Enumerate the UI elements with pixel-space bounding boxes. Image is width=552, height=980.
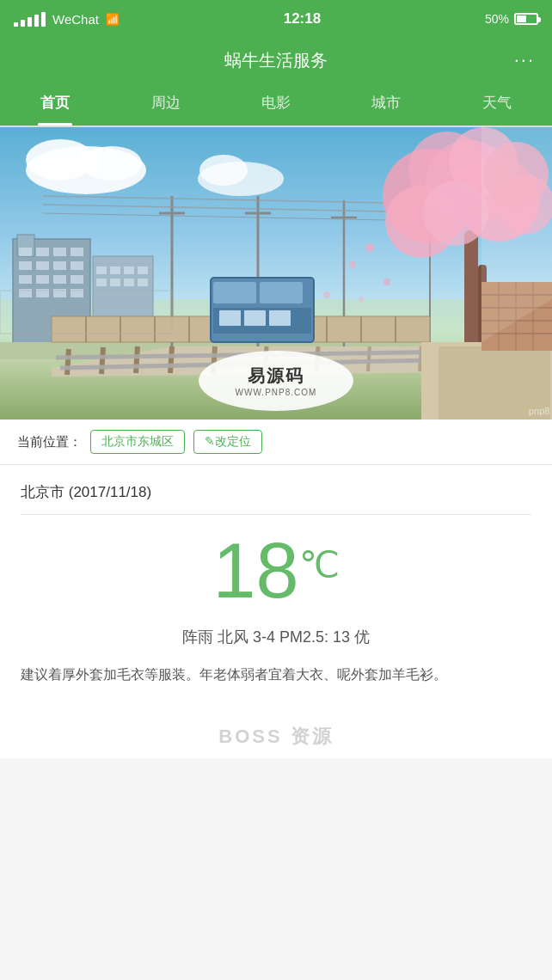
- weather-card: 北京市 (2017/11/18) 18℃ 阵雨 北风 3-4 PM2.5: 13…: [0, 465, 552, 712]
- svg-rect-17: [36, 275, 49, 284]
- svg-rect-11: [71, 248, 83, 256]
- svg-rect-8: [19, 248, 32, 256]
- location-bar: 当前位置： 北京市东城区 ✎改定位: [0, 420, 552, 465]
- svg-point-89: [383, 279, 390, 285]
- battery-icon: [514, 13, 538, 25]
- svg-rect-27: [124, 266, 134, 274]
- battery-percent: 50%: [485, 12, 509, 26]
- tab-nearby[interactable]: 周边: [110, 83, 220, 123]
- svg-rect-70: [213, 282, 256, 303]
- svg-text:pnp8: pnp8: [529, 406, 549, 416]
- svg-point-87: [365, 243, 374, 252]
- svg-rect-25: [96, 266, 107, 274]
- svg-rect-12: [19, 261, 32, 270]
- banner-image: pnp8 易源码 WWW.PNP8.COM: [0, 127, 552, 420]
- svg-point-88: [349, 261, 356, 268]
- svg-rect-15: [71, 261, 83, 270]
- more-button[interactable]: ···: [514, 49, 535, 71]
- svg-rect-30: [110, 279, 120, 286]
- temperature-unit: ℃: [299, 544, 340, 586]
- svg-line-37: [101, 347, 103, 374]
- app-header: 蜗牛生活服务 ···: [0, 38, 552, 83]
- svg-point-85: [423, 181, 488, 246]
- status-bar: WeChat 📶 12:18 50%: [0, 0, 552, 38]
- svg-rect-9: [36, 248, 49, 256]
- watermark-url: WWW.PNP8.COM: [236, 388, 317, 397]
- svg-line-39: [170, 346, 172, 373]
- tab-movie[interactable]: 电影: [221, 83, 331, 123]
- temperature-display: 18℃: [21, 532, 531, 609]
- svg-rect-74: [244, 310, 266, 326]
- watermark-overlay: 易源码 WWW.PNP8.COM: [199, 351, 353, 411]
- svg-rect-31: [124, 279, 134, 286]
- svg-line-38: [136, 346, 138, 373]
- status-time: 12:18: [284, 10, 321, 28]
- svg-line-36: [67, 349, 69, 375]
- location-label: 当前位置：: [17, 434, 82, 450]
- svg-rect-75: [269, 310, 291, 326]
- watermark-title: 易源码: [248, 364, 304, 388]
- svg-rect-18: [53, 275, 66, 284]
- svg-line-43: [368, 346, 370, 371]
- boss-watermark: BOSS 资源: [0, 712, 552, 758]
- status-left: WeChat 📶: [14, 12, 120, 27]
- svg-point-91: [323, 291, 330, 298]
- tab-city[interactable]: 城市: [331, 83, 441, 123]
- svg-rect-29: [96, 279, 107, 286]
- svg-rect-73: [219, 310, 241, 326]
- change-location-button[interactable]: ✎改定位: [193, 430, 262, 454]
- weather-details: 阵雨 北风 3-4 PM2.5: 13 优: [21, 627, 531, 647]
- location-city-button[interactable]: 北京市东城区: [90, 430, 185, 454]
- signal-icon: [14, 12, 46, 27]
- svg-rect-16: [19, 275, 32, 284]
- wifi-icon: 📶: [106, 13, 120, 26]
- svg-rect-10: [53, 248, 66, 256]
- svg-rect-28: [138, 266, 148, 274]
- svg-rect-26: [110, 266, 120, 274]
- svg-rect-19: [71, 275, 83, 284]
- tab-home[interactable]: 首页: [0, 83, 110, 123]
- svg-rect-13: [36, 261, 49, 270]
- svg-rect-71: [260, 282, 303, 303]
- svg-rect-14: [53, 261, 66, 270]
- temperature-value: 18: [212, 532, 298, 609]
- svg-point-5: [199, 155, 248, 186]
- nav-tabs: 首页 周边 电影 城市 天气: [0, 83, 552, 126]
- status-right: 50%: [485, 12, 538, 26]
- weather-advice: 建议着厚外套加毛衣等服装。年老体弱者宜着大衣、呢外套加羊毛衫。: [21, 663, 531, 686]
- carrier-label: WeChat: [52, 12, 99, 27]
- city-date: 北京市 (2017/11/18): [21, 482, 531, 515]
- app-title: 蜗牛生活服务: [224, 49, 328, 72]
- svg-point-3: [82, 146, 142, 181]
- svg-point-90: [359, 297, 364, 302]
- tab-weather[interactable]: 天气: [442, 83, 552, 123]
- svg-rect-32: [138, 279, 148, 286]
